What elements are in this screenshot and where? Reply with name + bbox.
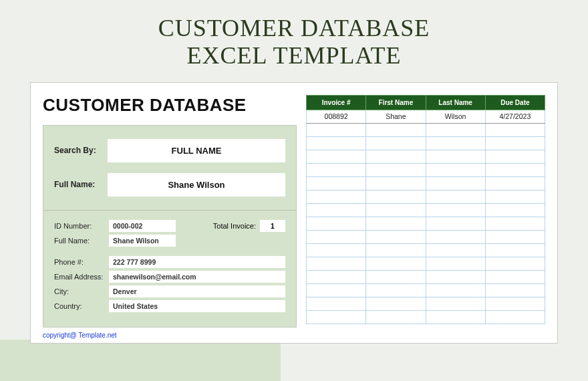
table-cell[interactable]: Wilson xyxy=(426,110,485,123)
table-cell[interactable] xyxy=(426,243,485,257)
table-cell[interactable] xyxy=(485,136,545,150)
table-cell[interactable] xyxy=(426,217,485,230)
table-cell[interactable] xyxy=(485,257,545,270)
table-cell[interactable] xyxy=(366,217,426,230)
table-row[interactable] xyxy=(307,136,545,150)
table-cell[interactable] xyxy=(307,217,366,230)
table-cell[interactable] xyxy=(307,310,366,324)
table-cell[interactable] xyxy=(485,163,545,176)
table-row[interactable] xyxy=(307,257,545,270)
table-cell[interactable] xyxy=(366,297,426,310)
table-cell[interactable] xyxy=(485,230,545,243)
country-value[interactable]: United States xyxy=(109,300,285,312)
table-cell[interactable] xyxy=(366,176,426,190)
table-cell[interactable]: Shane xyxy=(366,110,426,123)
col-last-name[interactable]: Last Name xyxy=(426,95,485,110)
table-row[interactable] xyxy=(307,163,545,176)
table-cell[interactable] xyxy=(307,283,366,297)
table-cell[interactable] xyxy=(485,150,545,163)
table-cell[interactable] xyxy=(366,190,426,203)
table-cell[interactable]: 4/27/2023 xyxy=(485,110,545,123)
table-cell[interactable] xyxy=(366,230,426,243)
table-cell[interactable] xyxy=(307,163,366,176)
search-by-select[interactable]: FULL NAME xyxy=(108,139,285,162)
table-cell[interactable] xyxy=(307,230,366,243)
table-cell[interactable] xyxy=(426,203,485,217)
table-cell[interactable] xyxy=(485,270,545,283)
table-cell[interactable] xyxy=(426,123,485,136)
copyright-link[interactable]: copyright@ Template.net xyxy=(43,332,545,339)
col-first-name[interactable]: First Name xyxy=(366,95,426,110)
table-row[interactable] xyxy=(307,230,545,243)
table-row[interactable] xyxy=(307,310,545,324)
table-cell[interactable] xyxy=(485,297,545,310)
table-cell[interactable] xyxy=(307,243,366,257)
city-value[interactable]: Denver xyxy=(109,285,285,297)
table-cell[interactable] xyxy=(366,283,426,297)
table-cell[interactable] xyxy=(366,257,426,270)
table-cell[interactable] xyxy=(307,150,366,163)
table-cell[interactable] xyxy=(366,243,426,257)
table-cell[interactable] xyxy=(366,203,426,217)
table-row[interactable] xyxy=(307,283,545,297)
table-row[interactable]: 008892ShaneWilson4/27/2023 xyxy=(307,110,545,123)
table-cell[interactable] xyxy=(426,283,485,297)
table-cell[interactable] xyxy=(485,123,545,136)
table-cell[interactable] xyxy=(426,163,485,176)
id-value[interactable]: 0000-002 xyxy=(109,220,176,232)
table-row[interactable] xyxy=(307,176,545,190)
table-cell[interactable] xyxy=(426,270,485,283)
page-title: CUSTOMER DATABASE EXCEL TEMPLATE xyxy=(0,0,588,82)
table-cell[interactable] xyxy=(426,257,485,270)
table-cell[interactable] xyxy=(307,136,366,150)
table-cell[interactable] xyxy=(426,190,485,203)
email-label: Email Address: xyxy=(54,273,109,281)
table-cell[interactable] xyxy=(485,190,545,203)
col-invoice[interactable]: Invoice # xyxy=(307,95,366,110)
table-cell[interactable] xyxy=(485,310,545,324)
table-cell[interactable] xyxy=(485,203,545,217)
table-cell[interactable] xyxy=(485,243,545,257)
sheet-heading: CUSTOMER DATABASE xyxy=(43,95,297,116)
phone-value[interactable]: 222 777 8999 xyxy=(109,256,285,268)
table-row[interactable] xyxy=(307,150,545,163)
table-cell[interactable] xyxy=(366,270,426,283)
table-cell[interactable] xyxy=(307,203,366,217)
table-cell[interactable] xyxy=(426,136,485,150)
left-panel: CUSTOMER DATABASE Search By: FULL NAME F… xyxy=(43,95,297,328)
table-cell[interactable]: 008892 xyxy=(307,110,366,123)
table-cell[interactable] xyxy=(485,176,545,190)
table-row[interactable] xyxy=(307,243,545,257)
table-cell[interactable] xyxy=(485,217,545,230)
city-label: City: xyxy=(54,287,109,295)
table-row[interactable] xyxy=(307,190,545,203)
full-name-input[interactable]: Shane Wilson xyxy=(108,173,285,197)
table-cell[interactable] xyxy=(366,150,426,163)
table-cell[interactable] xyxy=(426,297,485,310)
table-row[interactable] xyxy=(307,217,545,230)
table-cell[interactable] xyxy=(426,150,485,163)
table-row[interactable] xyxy=(307,203,545,217)
table-cell[interactable] xyxy=(307,270,366,283)
email-value[interactable]: shanewilson@email.com xyxy=(109,271,285,283)
table-cell[interactable] xyxy=(426,230,485,243)
table-cell[interactable] xyxy=(307,257,366,270)
table-cell[interactable] xyxy=(307,190,366,203)
table-row[interactable] xyxy=(307,123,545,136)
table-cell[interactable] xyxy=(366,123,426,136)
name-value[interactable]: Shane Wilson xyxy=(109,235,176,247)
table-row[interactable] xyxy=(307,270,545,283)
table-cell[interactable] xyxy=(307,176,366,190)
decorative-accent xyxy=(0,340,281,381)
table-cell[interactable] xyxy=(307,297,366,310)
table-cell[interactable] xyxy=(366,136,426,150)
table-cell[interactable] xyxy=(485,283,545,297)
table-cell[interactable] xyxy=(366,163,426,176)
total-invoice-value[interactable]: 1 xyxy=(260,220,285,232)
table-row[interactable] xyxy=(307,297,545,310)
col-due-date[interactable]: Due Date xyxy=(485,95,545,110)
table-cell[interactable] xyxy=(307,123,366,136)
table-cell[interactable] xyxy=(366,310,426,324)
table-cell[interactable] xyxy=(426,176,485,190)
table-cell[interactable] xyxy=(426,310,485,324)
